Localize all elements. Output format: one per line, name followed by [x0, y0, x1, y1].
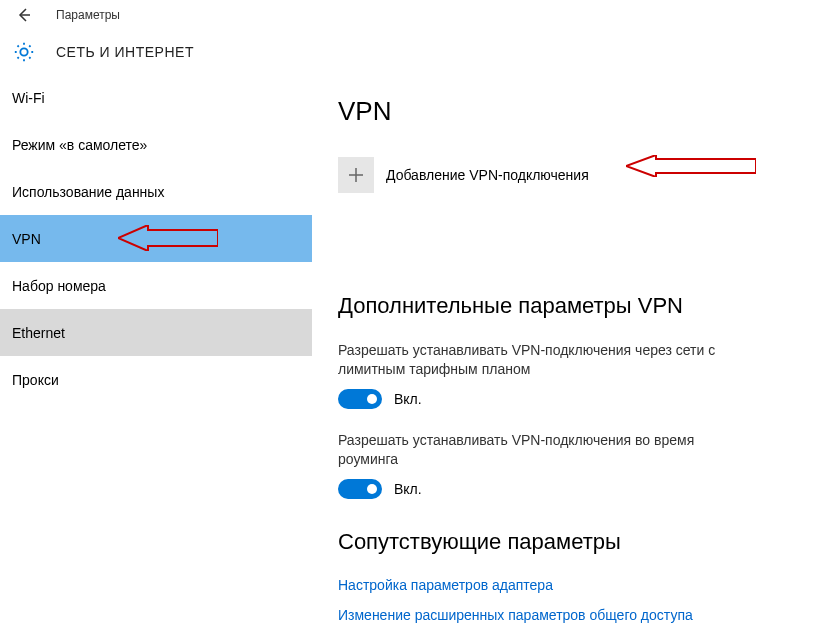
related-section-title: Сопутствующие параметры: [338, 529, 787, 555]
sidebar-item-dialup[interactable]: Набор номера: [0, 262, 312, 309]
sidebar-item-label: Режим «в самолете»: [12, 137, 147, 153]
titlebar: Параметры: [0, 0, 813, 30]
toggle-roaming[interactable]: [338, 479, 382, 499]
setting-metered-desc: Разрешать устанавливать VPN-подключения …: [338, 341, 758, 379]
toggle-metered-state: Вкл.: [394, 391, 422, 407]
sidebar-item-label: Набор номера: [12, 278, 106, 294]
sidebar-item-label: Ethernet: [12, 325, 65, 341]
back-button[interactable]: [8, 0, 40, 30]
sidebar-item-vpn[interactable]: VPN: [0, 215, 312, 262]
content-pane: VPN Добавление VPN-подключения Дополните…: [312, 74, 813, 634]
sidebar-item-airplane[interactable]: Режим «в самолете»: [0, 121, 312, 168]
back-arrow-icon: [16, 7, 32, 23]
sidebar-item-ethernet[interactable]: Ethernet: [0, 309, 312, 356]
annotation-arrow-icon: [626, 155, 756, 177]
header: СЕТЬ И ИНТЕРНЕТ: [0, 30, 813, 74]
sidebar-item-label: Wi-Fi: [12, 90, 45, 106]
sidebar-item-wifi[interactable]: Wi-Fi: [0, 74, 312, 121]
sidebar-item-label: Прокси: [12, 372, 59, 388]
sidebar: Wi-Fi Режим «в самолете» Использование д…: [0, 74, 312, 634]
toggle-metered[interactable]: [338, 389, 382, 409]
link-sharing-settings[interactable]: Изменение расширенных параметров общего …: [338, 607, 787, 623]
plus-icon: [338, 157, 374, 193]
window-title: Параметры: [56, 8, 120, 22]
setting-roaming: Разрешать устанавливать VPN-подключения …: [338, 431, 787, 499]
setting-metered: Разрешать устанавливать VPN-подключения …: [338, 341, 787, 409]
page-title: VPN: [338, 96, 787, 127]
header-title: СЕТЬ И ИНТЕРНЕТ: [56, 44, 194, 60]
link-adapter-settings[interactable]: Настройка параметров адаптера: [338, 577, 787, 593]
setting-roaming-desc: Разрешать устанавливать VPN-подключения …: [338, 431, 758, 469]
sidebar-item-data-usage[interactable]: Использование данных: [0, 168, 312, 215]
sidebar-item-label: Использование данных: [12, 184, 164, 200]
advanced-section-title: Дополнительные параметры VPN: [338, 293, 787, 319]
add-vpn-label: Добавление VPN-подключения: [386, 167, 589, 183]
add-vpn-button[interactable]: Добавление VPN-подключения: [338, 157, 787, 193]
sidebar-item-proxy[interactable]: Прокси: [0, 356, 312, 403]
toggle-roaming-state: Вкл.: [394, 481, 422, 497]
annotation-arrow-icon: [118, 225, 218, 251]
sidebar-item-label: VPN: [12, 231, 41, 247]
gear-icon: [10, 38, 38, 66]
